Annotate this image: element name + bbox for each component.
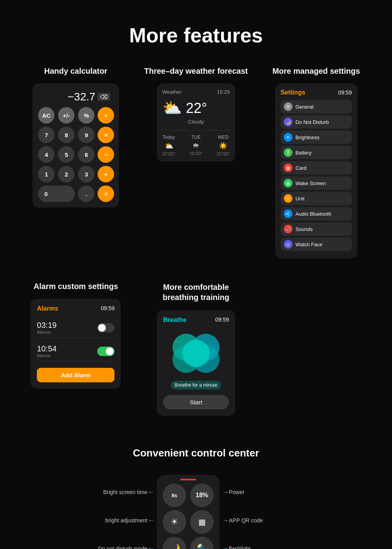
calc-0[interactable]: 0: [38, 185, 75, 202]
settings-item-brightness[interactable]: ✳ Brightness: [281, 131, 352, 144]
arrow-dnd: ←: [147, 545, 154, 549]
settings-item-general[interactable]: ⚙ General: [281, 100, 352, 113]
calc-1[interactable]: 1: [38, 166, 54, 182]
calc-8[interactable]: 8: [58, 127, 74, 143]
calc-dot[interactable]: .: [78, 185, 94, 202]
ctrl-label-power: → Power: [220, 478, 245, 506]
calc-percent[interactable]: %: [78, 107, 94, 124]
calc-display: −32.7 ⌫: [38, 89, 113, 107]
alarm-2-sub: Alarms: [37, 353, 56, 358]
calc-display-value: −32.7: [67, 91, 95, 103]
arrow-bright-screen: ←: [147, 488, 154, 496]
alarm-2-toggle[interactable]: [97, 347, 114, 356]
forecast-tue-label: TUE: [191, 135, 201, 140]
weather-main: ⛅ 22°: [162, 99, 230, 117]
breathing-label: More comfortablebreathing training: [163, 282, 229, 302]
settings-title: Settings: [281, 89, 305, 96]
settings-item-battery[interactable]: 🔋 Battery: [281, 146, 352, 159]
settings-audio-icon: ⑆: [284, 209, 292, 218]
settings-col: More managed settings Settings 09:59 ⚙ G…: [261, 67, 371, 258]
arrow-qr: →: [222, 516, 229, 525]
settings-watchface-label: Watch Face: [296, 242, 323, 247]
weather-icon-big: ⛅: [162, 99, 182, 117]
settings-card-label: Card: [296, 165, 307, 171]
calc-minus[interactable]: −: [98, 146, 114, 163]
calc-plus[interactable]: +: [98, 166, 114, 182]
control-center-section: Convenient control center Bright screen …: [0, 447, 392, 549]
control-center-widget: 8s 18% ☀ ▦ 🌙 🔦 ⓘ ⊞: [157, 475, 220, 549]
cc-battery-bar: [180, 479, 196, 480]
calculator-col: Handy calculator −32.7 ⌫ AC +/- % ÷ 7 8 …: [21, 67, 131, 207]
alarm-item-2: 10:54 Alarms: [37, 341, 114, 362]
cc-flashlight-btn[interactable]: 🔦: [190, 537, 214, 549]
settings-general-label: General: [296, 104, 314, 110]
petal-c: [182, 340, 210, 367]
calc-divide[interactable]: ÷: [98, 107, 114, 124]
cc-dnd-btn[interactable]: 🌙: [163, 537, 186, 549]
control-labels-right: → Power → APP QR code → flashlight → Car…: [220, 478, 298, 549]
calc-equals[interactable]: =: [98, 185, 114, 202]
cc-bright-time-btn[interactable]: 8s: [163, 484, 186, 507]
calc-4[interactable]: 4: [38, 146, 54, 163]
forecast-tue-range: 21°/22°: [189, 151, 202, 156]
calc-backspace-btn[interactable]: ⌫: [98, 93, 110, 101]
forecast-today-icon: ⛅: [165, 142, 173, 150]
calc-6[interactable]: 6: [78, 146, 94, 163]
cc-row-3: 🌙 🔦: [163, 537, 214, 549]
calc-multiply[interactable]: ×: [98, 127, 114, 143]
weather-temp: 22°: [186, 100, 207, 116]
calc-3[interactable]: 3: [78, 166, 94, 182]
arrow-power: →: [222, 488, 229, 496]
weather-desc: Cloudy: [162, 119, 230, 125]
ctrl-label-bright-screen: Bright screen time ←: [103, 478, 157, 506]
settings-audio-label: Audio Bluetooth: [296, 211, 332, 217]
cc-brightness-btn[interactable]: ☀: [163, 510, 186, 534]
settings-item-card[interactable]: ▦ Card: [281, 161, 352, 175]
alarm-title: Alarms: [37, 305, 58, 312]
forecast-today-range: 21°/22°: [162, 152, 175, 156]
settings-item-audio[interactable]: ⑆ Audio Bluetooth: [281, 207, 352, 220]
settings-battery-label: Battery: [296, 150, 312, 156]
breathe-message: Breathe for a minute: [171, 381, 221, 389]
forecast-wed-icon: ☀️: [219, 142, 227, 150]
settings-dnd-label: Do Not Disturb: [296, 119, 329, 125]
alarm-1-toggle[interactable]: [97, 323, 114, 333]
arrow-flashlight: →: [222, 545, 229, 549]
settings-label: More managed settings: [272, 67, 360, 76]
forecast-wed-label: WED: [218, 135, 229, 140]
calc-sign[interactable]: +/-: [58, 107, 74, 124]
settings-item-sounds[interactable]: 🔊 Sounds: [281, 222, 352, 236]
alarm-2-time: 10:54: [37, 344, 56, 353]
settings-brightness-label: Brightness: [296, 135, 319, 140]
calc-2[interactable]: 2: [58, 166, 74, 182]
cc-qr-btn[interactable]: ▦: [190, 510, 214, 534]
breathing-col: More comfortablebreathing training Breat…: [141, 282, 251, 416]
settings-time: 09:59: [338, 89, 352, 96]
settings-item-unit[interactable]: ⊙ Unit: [281, 192, 352, 205]
alarm-widget: Alarms 09:59 03:19 Alarms 10:54 Alarms A…: [31, 299, 121, 389]
calc-7[interactable]: 7: [38, 127, 54, 143]
cc-power-btn[interactable]: 18%: [190, 484, 214, 507]
settings-sounds-label: Sounds: [296, 226, 313, 232]
alarm-1-time: 03:19: [37, 321, 56, 330]
calc-ac[interactable]: AC: [38, 107, 54, 124]
page-title: More features: [0, 0, 392, 67]
ctrl-label-dnd: Do not disturb mode ←: [98, 534, 157, 549]
ctrl-label-qr: → APP QR code: [220, 506, 263, 534]
ctrl-label-bright-adj: bright adjustment ←: [105, 506, 157, 534]
arrow-bright-adj: ←: [147, 516, 154, 525]
middle-section: Alarm custom settings Alarms 09:59 03:19…: [0, 282, 392, 416]
forecast-today: Today ⛅ 21°/22°: [162, 135, 175, 156]
calc-9[interactable]: 9: [78, 127, 94, 143]
breathe-start-button[interactable]: Start: [163, 395, 229, 409]
forecast-tue: TUE 🌧 21°/22°: [189, 135, 202, 156]
settings-item-watchface[interactable]: ◎ Watch Face: [281, 238, 352, 251]
settings-item-dnd[interactable]: 🌙 Do Not Disturb: [281, 115, 352, 129]
settings-battery-icon: 🔋: [284, 148, 292, 157]
add-alarm-button[interactable]: Add Alarm: [37, 368, 114, 382]
top-section: Handy calculator −32.7 ⌫ AC +/- % ÷ 7 8 …: [0, 67, 392, 258]
settings-item-wakescreen[interactable]: ◉ Wake Screen: [281, 176, 352, 190]
weather-col: Three–day weather forecast Weather 15:29…: [141, 67, 251, 162]
weather-header: Weather 15:29: [162, 89, 230, 95]
calc-5[interactable]: 5: [58, 146, 74, 163]
